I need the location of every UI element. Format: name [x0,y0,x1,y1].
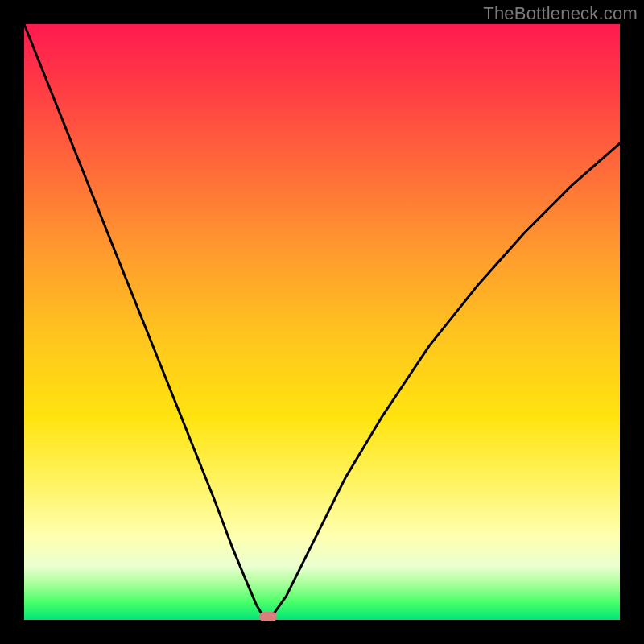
optimum-marker [259,612,277,621]
plot-area [24,24,620,620]
chart-frame: TheBottleneck.com [0,0,644,644]
bottleneck-curve [24,24,620,620]
watermark-text: TheBottleneck.com [483,3,638,24]
